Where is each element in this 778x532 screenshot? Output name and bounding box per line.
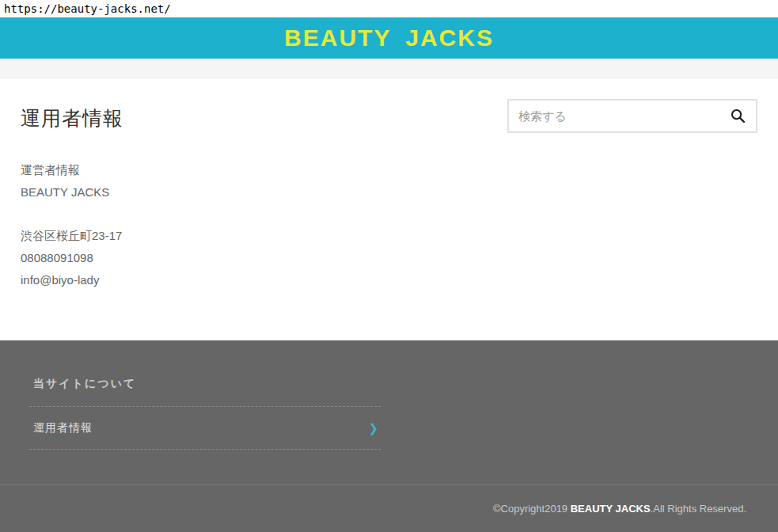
site-header: BEAUTY JACKS bbox=[0, 17, 778, 59]
copyright-suffix: .All Rights Reserved. bbox=[651, 503, 746, 515]
footer-copyright-bar: ©Copyright2019 BEAUTY JACKS.All Rights R… bbox=[0, 484, 778, 532]
info-block: 運営者情報 BEAUTY JACKS bbox=[21, 159, 757, 203]
info-line: 渋谷区桜丘町23-17 bbox=[21, 229, 122, 242]
info-line: 08088091098 bbox=[21, 251, 93, 264]
copyright-text: ©Copyright2019 BEAUTY JACKS.All Rights R… bbox=[493, 503, 746, 515]
info-line: info@biyo-lady bbox=[21, 273, 99, 287]
browser-url-text: https://beauty-jacks.net/ bbox=[4, 2, 171, 15]
search-button[interactable] bbox=[726, 108, 756, 124]
operator-info: 運営者情報 BEAUTY JACKS 渋谷区桜丘町23-17 080880910… bbox=[21, 159, 757, 291]
footer-link-operator-info[interactable]: 運用者情報 bbox=[33, 421, 93, 434]
info-line: BEAUTY JACKS bbox=[21, 185, 109, 199]
footer-widget-about: 当サイトについて 運用者情報 ❯ bbox=[29, 377, 381, 450]
content-header-row: 運用者情報 bbox=[21, 78, 757, 133]
footer-menu-item[interactable]: 運用者情報 ❯ bbox=[29, 406, 381, 450]
footer-widget-title: 当サイトについて bbox=[33, 377, 381, 391]
search-input[interactable] bbox=[509, 108, 726, 124]
chevron-right-icon: ❯ bbox=[368, 420, 378, 435]
header-subbar bbox=[0, 59, 778, 78]
info-line: 運営者情報 bbox=[21, 163, 80, 177]
copyright-prefix: ©Copyright2019 bbox=[493, 503, 571, 515]
search-box bbox=[507, 99, 757, 133]
site-footer: 当サイトについて 運用者情報 ❯ ©Copyright2019 BEAUTY J… bbox=[0, 340, 778, 532]
info-block: 渋谷区桜丘町23-17 08088091098 info@biyo-lady bbox=[21, 225, 757, 291]
main-content: 運用者情報 運営者情報 BEAUTY JACKS 渋谷区桜丘町23-17 080… bbox=[0, 78, 778, 340]
search-icon bbox=[731, 108, 746, 124]
copyright-brand: BEAUTY JACKS bbox=[571, 503, 651, 515]
site-logo[interactable]: BEAUTY JACKS bbox=[284, 25, 494, 51]
browser-address-bar[interactable]: https://beauty-jacks.net/ bbox=[0, 0, 778, 17]
page-title: 運用者情報 bbox=[21, 105, 123, 131]
footer-widgets: 当サイトについて 運用者情報 ❯ bbox=[0, 340, 778, 484]
footer-menu: 運用者情報 ❯ bbox=[29, 406, 381, 450]
